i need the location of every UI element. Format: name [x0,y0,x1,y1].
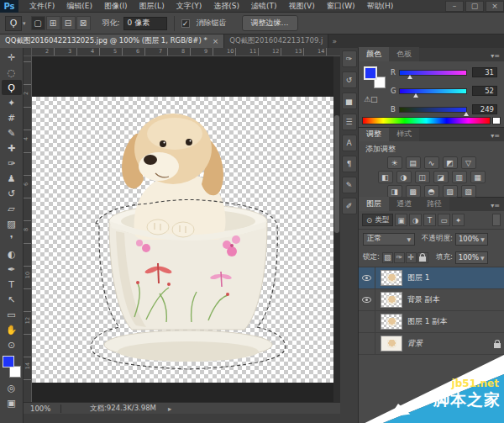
character-styles-icon[interactable]: ✎ [342,177,357,193]
filter-type-icon[interactable]: T [423,214,436,226]
invert-icon[interactable]: ◨ [387,185,402,198]
foreground-color-swatch[interactable] [3,356,14,367]
filter-shape-icon[interactable]: ▭ [438,214,450,226]
black-white-icon[interactable]: ◫ [415,171,430,183]
filter-smart-icon[interactable]: ✦ [452,214,465,226]
tab-channels[interactable]: 通道 [389,197,419,211]
layer-thumbnail[interactable] [381,270,402,286]
menu-view[interactable]: 视图(V) [282,0,320,13]
vibrance-icon[interactable]: ▽ [461,156,476,169]
background-color-swatch[interactable] [9,366,21,378]
lock-position-icon[interactable]: ✛ [406,252,417,263]
layer-row-layer1[interactable]: 图层 1 [359,267,504,289]
transparent-document[interactable] [32,97,333,383]
panel-menu-icon[interactable]: ▾≡ [491,52,504,61]
menu-help[interactable]: 帮助(H) [361,0,400,13]
color-lookup-icon[interactable]: ▦ [470,171,486,183]
vertical-scrollbar[interactable] [333,56,340,402]
channel-mixer-icon[interactable]: ▥ [452,171,467,183]
tab-color[interactable]: 颜色 [359,47,389,61]
tab-styles[interactable]: 样式 [389,127,419,141]
magic-wand-tool[interactable]: ✦ [2,95,22,110]
menu-file[interactable]: 文件(F) [24,0,60,13]
antialias-checkbox[interactable]: ✓ [181,19,190,28]
menu-image[interactable]: 图像(I) [98,0,134,13]
visibility-cell[interactable] [359,311,375,332]
paragraph-icon[interactable]: ¶ [342,156,357,172]
menu-layer[interactable]: 图层(L) [134,0,171,13]
document-viewport[interactable] [32,56,333,402]
green-slider[interactable] [399,88,467,94]
tab-swatches[interactable]: 色板 [389,47,419,61]
web-color-chip-icon[interactable]: □ [370,95,378,103]
refine-edge-button[interactable]: 调整边缘… [242,15,298,31]
tab-paths[interactable]: 路径 [419,197,449,211]
blue-slider-thumb[interactable] [464,112,469,116]
histogram-icon[interactable]: ▅ [342,93,357,109]
hue-saturation-icon[interactable]: ◧ [378,171,393,183]
layer-thumbnail[interactable] [381,314,402,330]
zoom-tool[interactable]: ⊙ [2,337,22,352]
move-tool[interactable]: ✛ [2,50,22,65]
history-icon[interactable]: ↺ [342,71,357,88]
blur-tool[interactable]: ❜ [2,231,22,246]
paragraph-styles-icon[interactable]: ✐ [342,198,357,214]
menu-filter[interactable]: 滤镜(T) [245,0,283,13]
tab-overflow-icon[interactable]: » [332,37,337,45]
lasso-tool-icon[interactable]: Ϙ [5,16,22,31]
filter-kind-select[interactable]: ⊙ 类型 [362,214,393,226]
healing-brush-tool[interactable]: ✚ [2,140,22,156]
tool-preset-caret-icon[interactable]: ▾ [23,20,26,27]
layer-row-background[interactable]: 背景 [359,333,504,355]
history-brush-tool[interactable]: ↺ [2,186,22,201]
pen-tool[interactable]: ✒ [2,262,22,277]
menu-select[interactable]: 选择(S) [207,0,245,13]
levels-icon[interactable]: ▤ [406,156,421,169]
filter-toggle-switch[interactable] [492,214,501,226]
vertical-scrollbar-thumb[interactable] [334,115,339,233]
green-slider-thumb[interactable] [413,93,418,98]
add-to-selection-icon[interactable]: ⊞ [46,16,60,30]
dodge-tool[interactable]: ◐ [2,246,22,262]
selective-color-icon[interactable]: ▧ [461,185,476,198]
subtract-from-selection-icon[interactable]: ⊟ [61,16,76,30]
lock-all-icon[interactable] [417,252,428,263]
exposure-icon[interactable]: ◩ [443,156,458,169]
lock-transparency-icon[interactable]: ▨ [382,252,393,263]
tab-layers[interactable]: 图层 [359,197,389,211]
fill-field[interactable]: 100% ▼ [455,251,488,264]
blend-mode-select[interactable]: 正常 ▼ [363,233,415,246]
menu-window[interactable]: 窗口(W) [321,0,361,13]
panel-menu-icon[interactable]: ▾≡ [491,202,504,211]
feather-input[interactable]: 0 像素 [123,17,167,30]
red-slider-thumb[interactable] [407,75,412,79]
green-value-field[interactable]: 52 [472,86,497,96]
eraser-tool[interactable]: ▱ [2,201,22,216]
filter-adjustment-icon[interactable]: ◑ [409,214,422,226]
blue-value-field[interactable]: 249 [472,104,497,114]
panel-menu-icon[interactable]: ▾≡ [491,132,504,141]
menu-edit[interactable]: 编辑(E) [60,0,98,13]
brush-presets-icon[interactable]: ✑ [342,50,357,67]
document-tab-active[interactable]: QQ截图20160422132025.jpg @ 100% (图层 1, RGB… [0,34,224,48]
path-select-tool[interactable]: ↖ [2,292,22,307]
brightness-contrast-icon[interactable]: ☀ [387,156,402,169]
layer-row-background-copy[interactable]: 背景 副本 [359,289,504,311]
eye-icon[interactable] [362,275,371,281]
threshold-icon[interactable]: ◓ [424,185,439,198]
visibility-cell[interactable] [359,289,375,310]
layer-row-layer1-copy[interactable]: 图层 1 副本 [359,311,504,333]
posterize-icon[interactable]: ▩ [406,185,421,198]
info-icon[interactable]: ☰ [342,114,357,130]
filter-pixel-icon[interactable]: ▣ [395,214,407,226]
marquee-tool[interactable]: ◌ [2,65,22,80]
lock-pixels-icon[interactable]: ✑ [394,252,405,263]
clone-stamp-tool[interactable]: ♟ [2,171,22,186]
visibility-cell[interactable] [359,333,375,354]
color-spectrum-ramp[interactable] [362,117,491,124]
lasso-tool[interactable]: Ϙ [2,80,22,95]
hand-tool[interactable]: ✋ [2,322,22,337]
menu-type[interactable]: 文字(Y) [171,0,208,13]
intersect-selection-icon[interactable]: ⊠ [76,16,91,30]
white-chip[interactable] [492,117,501,124]
